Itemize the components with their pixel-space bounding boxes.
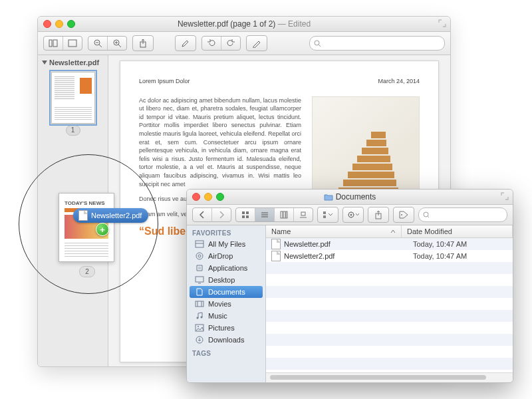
sidebar-item-docs[interactable]: Documents	[190, 286, 263, 298]
coverflow-view-icon[interactable]	[294, 208, 313, 221]
title-modified: — Edited	[278, 19, 311, 29]
file-name: Newsletter.pdf	[284, 240, 331, 248]
view-content-icon[interactable]	[63, 37, 82, 50]
sidebar-item-label: Pictures	[208, 324, 235, 332]
nav-back-forward[interactable]	[192, 207, 231, 222]
sidebar-item-music[interactable]: Music	[190, 310, 263, 322]
search-icon	[314, 40, 321, 47]
svg-rect-25	[323, 211, 326, 214]
page-number-1: 1	[66, 125, 80, 136]
column-name[interactable]: Name	[266, 225, 402, 237]
file-row[interactable]: Newsletter2.pdfToday, 10:47 AM	[266, 250, 513, 262]
finder-window: Documents	[186, 189, 513, 383]
view-mode-segment[interactable]	[43, 36, 82, 51]
forward-button[interactable]	[212, 208, 231, 221]
file-row[interactable]: Newsletter.pdfToday, 10:47 AM	[266, 238, 513, 250]
share-menu[interactable]	[368, 207, 389, 223]
sort-asc-icon	[390, 229, 396, 234]
finder-search-field[interactable]	[418, 207, 507, 222]
zoom-segment[interactable]	[88, 36, 127, 51]
sidebar-item-label: AirDrop	[208, 252, 233, 260]
svg-rect-37	[196, 277, 203, 282]
svg-rect-13	[242, 211, 245, 214]
back-button[interactable]	[193, 208, 212, 221]
view-thumbnails-icon[interactable]	[44, 37, 63, 50]
empty-row	[266, 298, 513, 310]
sidebar-doc-header[interactable]: Newsletter.pdf	[38, 57, 108, 68]
preview-search-input[interactable]	[323, 39, 440, 48]
rotate-right-icon[interactable]	[221, 37, 240, 50]
column-date[interactable]: Date Modified	[402, 225, 513, 237]
svg-line-4	[99, 45, 102, 47]
docs-icon	[195, 288, 204, 296]
rotate-segment[interactable]	[201, 36, 241, 51]
sidebar-item-label: Applications	[208, 264, 247, 272]
svg-point-43	[201, 317, 203, 319]
fullscreen-icon[interactable]	[501, 192, 509, 200]
page-date: March 24, 2014	[378, 77, 420, 86]
action-menu[interactable]	[342, 207, 364, 223]
sidebar-item-all[interactable]: All My Files	[190, 238, 263, 250]
svg-rect-23	[301, 212, 305, 215]
music-icon	[195, 312, 204, 320]
svg-rect-26	[323, 215, 326, 218]
window-title: Newsletter.pdf (page 1 of 2) — Edited	[38, 17, 450, 31]
svg-point-42	[197, 317, 199, 319]
share-button[interactable]	[132, 35, 154, 51]
preview-search-field[interactable]	[309, 36, 445, 51]
horizontal-scrollbar[interactable]	[266, 372, 513, 382]
rotate-left-icon[interactable]	[202, 37, 221, 50]
finder-toolbar	[187, 205, 513, 225]
tags-button[interactable]	[393, 207, 414, 223]
sidebar-item-pics[interactable]: Pictures	[190, 322, 263, 334]
favorites-header: FAVORITES	[187, 225, 265, 238]
empty-row	[266, 358, 513, 370]
sidebar-item-label: Downloads	[208, 336, 244, 344]
folder-icon	[324, 193, 333, 201]
airdrop-icon	[195, 252, 204, 260]
column-view-icon[interactable]	[275, 208, 294, 221]
arrange-menu[interactable]	[317, 207, 338, 223]
document-icon	[271, 251, 281, 261]
sidebar-item-airdrop[interactable]: AirDrop	[190, 250, 263, 262]
scrollbar-thumb[interactable]	[270, 375, 486, 380]
sidebar-item-label: Movies	[208, 300, 231, 308]
finder-view-segment[interactable]	[235, 207, 313, 222]
tags-header: TAGS	[187, 346, 265, 358]
svg-point-45	[198, 326, 199, 327]
highlight-button[interactable]	[175, 35, 196, 51]
preview-titlebar[interactable]: Newsletter.pdf (page 1 of 2) — Edited	[38, 17, 450, 32]
zoom-in-icon[interactable]	[108, 37, 126, 50]
movies-icon	[195, 300, 204, 308]
title-pages: (page 1 of 2)	[230, 19, 275, 29]
finder-file-pane[interactable]: Name Date Modified Newsletter.pdfToday, …	[266, 225, 513, 382]
drag-proxy-label: Newsletter2.pdf	[73, 208, 148, 223]
page-number-2: 2	[79, 266, 95, 277]
empty-row	[266, 262, 513, 274]
page-thumbnail-1[interactable]	[51, 72, 95, 124]
pics-icon	[195, 324, 204, 332]
list-view-icon[interactable]	[255, 208, 275, 221]
finder-search-input[interactable]	[432, 210, 503, 219]
column-headers[interactable]: Name Date Modified	[266, 225, 513, 238]
finder-titlebar[interactable]: Documents	[187, 190, 513, 205]
sidebar-item-dl[interactable]: Downloads	[190, 334, 263, 346]
fullscreen-icon[interactable]	[438, 19, 446, 27]
desktop-icon	[195, 276, 204, 284]
sidebar-item-label: Documents	[208, 288, 245, 296]
sidebar-item-apps[interactable]: Applications	[190, 262, 263, 274]
sidebar-item-desktop[interactable]: Desktop	[190, 274, 263, 286]
sidebar-item-movies[interactable]: Movies	[190, 298, 263, 310]
svg-rect-21	[283, 211, 285, 218]
empty-row	[266, 286, 513, 298]
svg-point-30	[401, 214, 402, 215]
svg-rect-1	[53, 40, 57, 47]
zoom-out-icon[interactable]	[88, 37, 108, 50]
icon-view-icon[interactable]	[236, 208, 255, 221]
disclosure-triangle-icon[interactable]	[42, 61, 47, 65]
svg-rect-16	[246, 215, 249, 218]
finder-sidebar[interactable]: FAVORITES All My FilesAirDropApplication…	[187, 225, 266, 382]
markup-button[interactable]	[246, 35, 267, 51]
all-icon	[195, 240, 204, 248]
page-running-head: Lorem Ipsum Dolor	[139, 77, 190, 86]
